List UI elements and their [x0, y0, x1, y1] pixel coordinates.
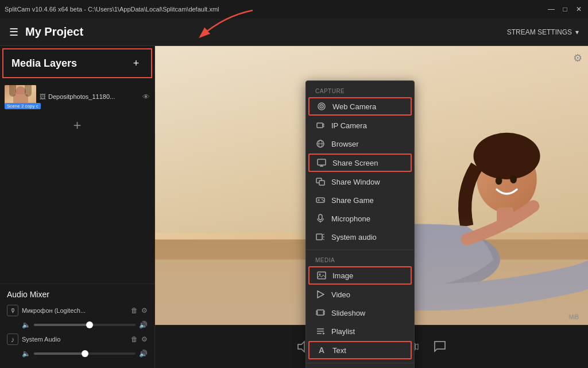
header: ☰ My Project STREAM SETTINGS ▾ [0, 18, 588, 46]
hamburger-icon[interactable]: ☰ [9, 26, 18, 39]
svg-point-42 [474, 133, 540, 179]
audio-track-system: ♪ System Audio 🗑 ⚙ [7, 334, 148, 345]
capture-section-label: CAPTURE [306, 85, 414, 97]
chat-button[interactable] [433, 340, 447, 354]
scene-label: Scene 2 copy c [5, 103, 41, 109]
menu-item-system-audio[interactable]: System audio [306, 228, 414, 246]
share-screen-icon [316, 158, 327, 168]
web-camera-label: Web Camera [332, 102, 376, 111]
browser-label: Browser [331, 140, 359, 148]
menu-item-image[interactable]: Image [308, 266, 412, 285]
system-audio-icon [315, 232, 326, 242]
video-label: Video [331, 290, 350, 299]
browser-icon [315, 139, 326, 149]
microphone-slider[interactable] [34, 324, 136, 326]
microphone-settings-btn[interactable]: ⚙ [141, 306, 148, 315]
system-volume-high-icon: 🔊 [139, 350, 148, 358]
media-section-label: MEDIA [306, 254, 414, 266]
add-scene-button[interactable]: + [0, 110, 154, 140]
share-game-label: Share Game [331, 196, 374, 205]
menu-item-share-window[interactable]: Share Window [306, 172, 414, 191]
svg-rect-43 [497, 208, 513, 228]
svg-point-16 [322, 199, 323, 200]
svg-rect-27 [317, 310, 324, 315]
menu-item-share-game[interactable]: Share Game [306, 191, 414, 209]
web-camera-icon [316, 101, 327, 112]
svg-marker-33 [323, 332, 325, 335]
svg-rect-3 [317, 123, 323, 128]
microphone-icon [315, 213, 326, 224]
menu-item-microphone[interactable]: Microphone [306, 209, 414, 228]
menu-item-slideshow[interactable]: Slideshow [306, 304, 414, 322]
ip-camera-icon [315, 120, 326, 131]
audio-mixer-section: Audio Mixer 🎙 Микрофон (Logitech... 🗑 ⚙ … [0, 283, 154, 368]
microphone-track-icon: 🎙 [7, 305, 18, 316]
minimize-btn[interactable]: — [547, 5, 556, 14]
svg-marker-49 [298, 342, 304, 352]
svg-point-2 [321, 106, 322, 107]
ip-camera-label: IP Camera [331, 121, 367, 130]
svg-point-46 [510, 175, 517, 183]
system-audio-delete-btn[interactable]: 🗑 [131, 335, 138, 343]
dropdown-menu: CAPTURE Web Camera [305, 80, 415, 368]
stream-settings-label: STREAM SETTINGS [507, 28, 572, 36]
svg-rect-8 [318, 159, 326, 165]
media-layers-add-button[interactable]: + [129, 56, 143, 70]
system-audio-settings-btn[interactable]: ⚙ [141, 335, 148, 343]
stream-settings-button[interactable]: STREAM SETTINGS ▾ [507, 28, 579, 36]
share-screen-label: Share Screen [332, 159, 378, 167]
menu-divider-2 [306, 363, 414, 363]
microphone-menu-label: Microphone [331, 214, 370, 223]
title-bar-controls: — □ ✕ [547, 5, 583, 14]
audio-track-microphone: 🎙 Микрофон (Logitech... 🗑 ⚙ [7, 305, 148, 316]
scene-name: Depositphotos_11180... [48, 93, 115, 100]
media-layers-title: Media Layers [11, 57, 77, 70]
text-icon: A [316, 345, 327, 355]
image-label: Image [332, 271, 353, 280]
preview-settings-icon[interactable]: ⚙ [573, 52, 582, 64]
close-btn[interactable]: ✕ [574, 5, 583, 14]
title-bar: SplitCam v10.4.66 x64 beta - C:\Users\1\… [0, 0, 588, 18]
slideshow-label: Slideshow [331, 309, 365, 317]
title-bar-text: SplitCam v10.4.66 x64 beta - C:\Users\1\… [5, 6, 219, 13]
microphone-slider-row: 🔈 🔊 [7, 321, 148, 329]
left-panel: Media Layers + 🖼 Depositphotos_11180... … [0, 46, 155, 368]
video-icon [315, 289, 326, 300]
menu-divider-1 [306, 250, 414, 250]
menu-item-web-camera[interactable]: Web Camera [308, 97, 412, 116]
chevron-down-icon: ▾ [575, 28, 579, 36]
svg-point-17 [323, 200, 324, 201]
system-audio-track-icon: ♪ [7, 334, 18, 345]
scene-type-icon: 🖼 [40, 93, 46, 100]
image-icon [316, 270, 327, 281]
menu-item-playlist[interactable]: Playlist [306, 322, 414, 340]
menu-item-text[interactable]: A Text [308, 341, 412, 359]
microphone-track-name: Микрофон (Logitech... [22, 307, 127, 314]
main-layout: Media Layers + 🖼 Depositphotos_11180... … [0, 46, 588, 368]
playlist-icon [315, 326, 326, 336]
header-left: ☰ My Project [9, 25, 83, 39]
system-audio-track-name: System Audio [22, 336, 127, 343]
system-volume-low-icon: 🔈 [22, 350, 30, 358]
maximize-btn[interactable]: □ [560, 5, 570, 14]
menu-item-ip-camera[interactable]: IP Camera [306, 116, 414, 135]
volume-high-icon: 🔊 [139, 321, 148, 329]
microphone-delete-btn[interactable]: 🗑 [131, 306, 138, 315]
memory-indicator: MiB [569, 314, 579, 320]
slideshow-icon [315, 308, 326, 318]
right-area: CAPTURE Web Camera [155, 46, 588, 368]
scene-visibility-toggle[interactable]: 👁 [142, 93, 150, 101]
project-title: My Project [25, 25, 83, 39]
svg-point-25 [319, 274, 321, 275]
menu-item-browser[interactable]: Browser [306, 135, 414, 153]
text-label: Text [332, 346, 346, 355]
playlist-label: Playlist [331, 327, 355, 336]
system-audio-slider-row: 🔈 🔊 [7, 350, 148, 358]
menu-item-video[interactable]: Video [306, 285, 414, 304]
scene-item[interactable]: 🖼 Depositphotos_11180... 👁 Scene 2 copy … [0, 83, 154, 110]
svg-point-45 [496, 177, 502, 185]
share-game-icon [315, 195, 326, 205]
system-audio-slider[interactable] [34, 352, 136, 355]
menu-item-share-screen[interactable]: Share Screen [308, 154, 412, 172]
svg-rect-24 [318, 272, 326, 279]
